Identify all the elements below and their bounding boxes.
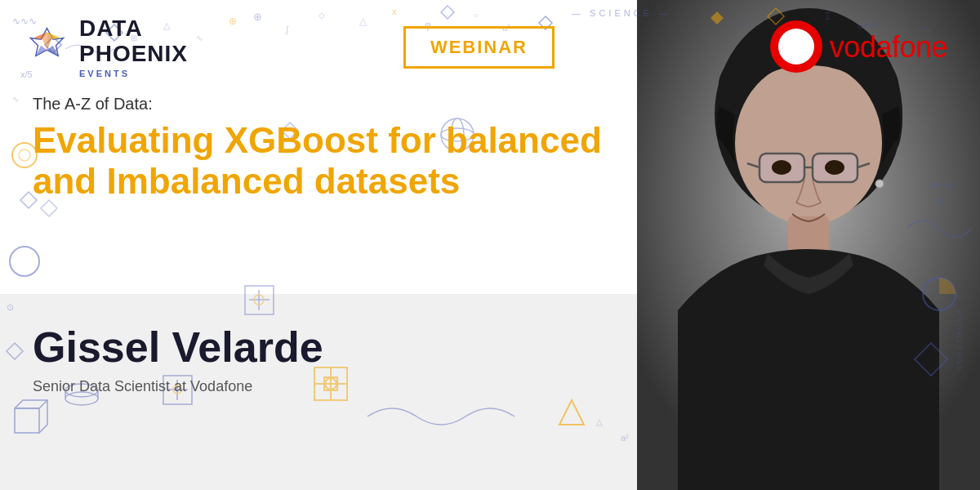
logo-phoenix-label: PHOENIX — [79, 42, 188, 67]
page-container: ∿∿∿ x/5 ∿ — SCIENCE — ⊕ ∫ ◇ △ x φ ○ a² △… — [0, 0, 980, 490]
webinar-badge: WEBINAR — [403, 26, 555, 69]
vodafone-icon — [770, 20, 823, 74]
logo-area: DATA PHOENIX EVENTS — [24, 16, 188, 78]
speaker-name: Gissel Velarde — [33, 323, 947, 372]
speaker-title: Senior Data Scientist at Vodafone — [33, 378, 947, 395]
main-title-line1: Evaluating XGBoost for balanced — [33, 120, 602, 160]
logo-data-label: DATA — [79, 16, 188, 42]
svg-point-79 — [778, 29, 814, 65]
subtitle: The A-Z of Data: — [33, 95, 947, 114]
logo-icon — [24, 24, 69, 69]
vodafone-logo: vodafone — [770, 20, 947, 74]
vodafone-name: vodafone — [830, 30, 947, 65]
main-title: Evaluating XGBoost for balanced and Imba… — [33, 120, 621, 203]
title-area: The A-Z of Data: Evaluating XGBoost for … — [0, 87, 980, 211]
main-title-line2: and Imbalanced datasets — [33, 161, 460, 201]
bottom-content: Gissel Velarde Senior Data Scientist at … — [0, 294, 980, 424]
header: DATA PHOENIX EVENTS WEBINAR — [0, 0, 980, 87]
logo-events-label: EVENTS — [79, 69, 188, 78]
webinar-label: WEBINAR — [430, 37, 528, 57]
logo-text: DATA PHOENIX EVENTS — [79, 16, 188, 78]
